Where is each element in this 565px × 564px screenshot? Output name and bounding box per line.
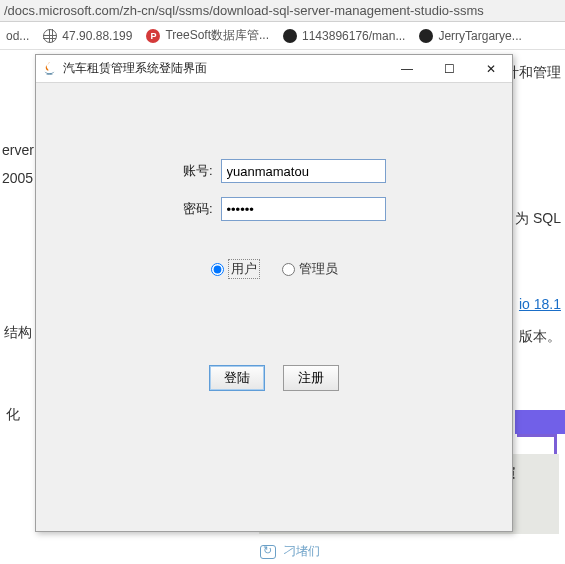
url-text: /docs.microsoft.com/zh-cn/sql/ssms/downl… bbox=[4, 3, 484, 18]
bookmark-item-github1[interactable]: 1143896176/man... bbox=[283, 29, 405, 43]
account-label: 账号: bbox=[163, 162, 213, 180]
role-user-label: 用户 bbox=[228, 259, 260, 279]
globe-icon bbox=[43, 29, 57, 43]
minimize-button[interactable]: — bbox=[386, 55, 428, 82]
maximize-icon: ☐ bbox=[444, 62, 455, 76]
role-admin-input[interactable] bbox=[282, 263, 295, 276]
window-controls: — ☐ ✕ bbox=[386, 55, 512, 82]
github-icon bbox=[419, 29, 433, 43]
bookmark-item-ip[interactable]: 47.90.88.199 bbox=[43, 29, 132, 43]
bookmark-label: TreeSoft数据库管... bbox=[165, 27, 269, 44]
window-title: 汽车租赁管理系统登陆界面 bbox=[63, 60, 386, 77]
bg-text: 为 SQL bbox=[515, 202, 561, 236]
browser-url-bar[interactable]: /docs.microsoft.com/zh-cn/sql/ssms/downl… bbox=[0, 0, 565, 22]
bg-text: 结构 bbox=[4, 316, 32, 350]
role-admin-label: 管理员 bbox=[299, 260, 338, 278]
refresh-icon[interactable] bbox=[260, 545, 276, 559]
github-icon bbox=[283, 29, 297, 43]
bookmark-item-github2[interactable]: JerryTargarye... bbox=[419, 29, 521, 43]
bookmark-label: 1143896176/man... bbox=[302, 29, 405, 43]
bottom-toolbar: 刁堵们 bbox=[260, 543, 320, 560]
close-button[interactable]: ✕ bbox=[470, 55, 512, 82]
bookmark-item-treesoft[interactable]: P TreeSoft数据库管... bbox=[146, 27, 269, 44]
password-row: 密码: bbox=[36, 197, 512, 221]
bg-text: 计和管理 bbox=[505, 56, 561, 90]
close-icon: ✕ bbox=[486, 62, 496, 76]
register-button[interactable]: 注册 bbox=[283, 365, 339, 391]
bg-text: 版本。 bbox=[519, 320, 561, 354]
account-row: 账号: bbox=[36, 159, 512, 183]
bookmark-bar: od... 47.90.88.199 P TreeSoft数据库管... 114… bbox=[0, 22, 565, 50]
role-user-radio[interactable]: 用户 bbox=[211, 259, 260, 279]
action-buttons: 登陆 注册 bbox=[36, 365, 512, 391]
role-radio-group: 用户 管理员 bbox=[36, 259, 512, 279]
role-admin-radio[interactable]: 管理员 bbox=[282, 259, 338, 279]
password-input[interactable] bbox=[221, 197, 386, 221]
bg-purple-button[interactable] bbox=[515, 410, 565, 434]
bookmark-item-truncated[interactable]: od... bbox=[6, 29, 29, 43]
account-input[interactable] bbox=[221, 159, 386, 183]
bookmark-label: od... bbox=[6, 29, 29, 43]
bg-text: 化 bbox=[6, 398, 20, 432]
bg-text: 2005 bbox=[2, 162, 33, 196]
bookmark-label: 47.90.88.199 bbox=[62, 29, 132, 43]
bookmark-label: JerryTargarye... bbox=[438, 29, 521, 43]
role-user-input[interactable] bbox=[211, 263, 224, 276]
maximize-button[interactable]: ☐ bbox=[428, 55, 470, 82]
login-window: 汽车租赁管理系统登陆界面 — ☐ ✕ 账号: 密码: 用户 管理员 bbox=[35, 54, 513, 532]
password-label: 密码: bbox=[163, 200, 213, 218]
treesoft-icon: P bbox=[146, 29, 160, 43]
java-icon bbox=[42, 61, 57, 76]
bottom-text: 刁堵们 bbox=[284, 543, 320, 560]
bg-link[interactable]: io 18.1 bbox=[519, 288, 561, 322]
login-form: 账号: 密码: 用户 管理员 登陆 注册 bbox=[36, 83, 512, 391]
login-button[interactable]: 登陆 bbox=[209, 365, 265, 391]
window-titlebar[interactable]: 汽车租赁管理系统登陆界面 — ☐ ✕ bbox=[36, 55, 512, 83]
minimize-icon: — bbox=[401, 62, 413, 76]
